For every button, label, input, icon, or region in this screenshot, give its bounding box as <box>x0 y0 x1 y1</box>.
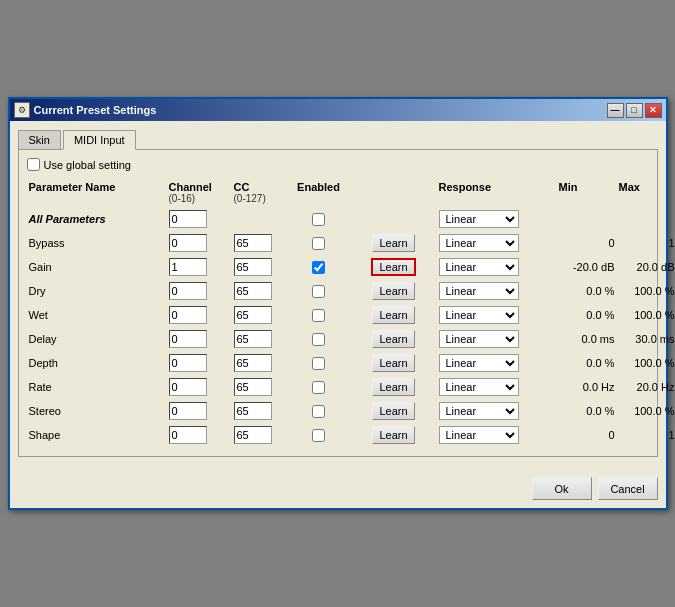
enabled-checkbox[interactable] <box>312 381 325 394</box>
header-enabled: Enabled <box>289 181 349 204</box>
min-value: 0 <box>559 237 619 249</box>
response-select[interactable]: Linear <box>439 258 519 276</box>
param-name: Delay <box>29 333 169 345</box>
channel-input[interactable] <box>169 258 207 276</box>
table-row: DryLearnLinear0.0 %100.0 % <box>27 280 649 302</box>
table-row: BypassLearnLinear01 <box>27 232 649 254</box>
table-row: All ParametersLinear <box>27 208 649 230</box>
channel-input[interactable] <box>169 378 207 396</box>
max-value: 1 <box>619 237 676 249</box>
response-select[interactable]: Linear <box>439 306 519 324</box>
channel-input[interactable] <box>169 426 207 444</box>
learn-button[interactable]: Learn <box>371 258 415 276</box>
header-channel: Channel (0-16) <box>169 181 234 204</box>
learn-button[interactable]: Learn <box>372 330 414 348</box>
channel-input[interactable] <box>169 306 207 324</box>
window-title: Current Preset Settings <box>34 104 157 116</box>
param-name: All Parameters <box>29 213 169 225</box>
table-row: ShapeLearnLinear01 <box>27 424 649 446</box>
response-select[interactable]: Linear <box>439 234 519 252</box>
param-name: Depth <box>29 357 169 369</box>
header-response: Response <box>439 181 559 204</box>
max-value: 1 <box>619 429 676 441</box>
table-body: All ParametersLinearBypassLearnLinear01G… <box>27 208 649 446</box>
maximize-button[interactable]: □ <box>626 103 643 118</box>
cc-input[interactable] <box>234 354 272 372</box>
max-value: 100.0 % <box>619 309 676 321</box>
enabled-checkbox[interactable] <box>312 309 325 322</box>
response-select[interactable]: Linear <box>439 210 519 228</box>
titlebar-buttons: — □ ✕ <box>607 103 662 118</box>
table-header: Parameter Name Channel (0-16) CC (0-127)… <box>27 181 649 204</box>
channel-input[interactable] <box>169 402 207 420</box>
table-row: StereoLearnLinear0.0 %100.0 % <box>27 400 649 422</box>
learn-button[interactable]: Learn <box>372 306 414 324</box>
global-setting-row: Use global setting <box>27 158 649 171</box>
min-value: 0.0 % <box>559 309 619 321</box>
header-param: Parameter Name <box>29 181 169 204</box>
min-value: 0.0 ms <box>559 333 619 345</box>
min-value: -20.0 dB <box>559 261 619 273</box>
cc-input[interactable] <box>234 258 272 276</box>
header-cc: CC (0-127) <box>234 181 289 204</box>
table-row: DepthLearnLinear0.0 %100.0 % <box>27 352 649 374</box>
cc-input[interactable] <box>234 330 272 348</box>
max-value: 30.0 ms <box>619 333 676 345</box>
cc-input[interactable] <box>234 378 272 396</box>
channel-input[interactable] <box>169 234 207 252</box>
header-learn <box>349 181 439 204</box>
channel-input[interactable] <box>169 330 207 348</box>
ok-button[interactable]: Ok <box>532 477 592 500</box>
main-window: ⚙ Current Preset Settings — □ ✕ Skin MID… <box>8 97 668 510</box>
channel-input[interactable] <box>169 354 207 372</box>
global-setting-checkbox[interactable] <box>27 158 40 171</box>
learn-button[interactable]: Learn <box>372 234 414 252</box>
cc-input[interactable] <box>234 306 272 324</box>
min-value: 0 <box>559 429 619 441</box>
enabled-checkbox[interactable] <box>312 237 325 250</box>
learn-button[interactable]: Learn <box>372 282 414 300</box>
response-select[interactable]: Linear <box>439 282 519 300</box>
learn-button[interactable]: Learn <box>372 426 414 444</box>
cc-input[interactable] <box>234 426 272 444</box>
param-name: Gain <box>29 261 169 273</box>
tab-bar: Skin MIDI Input <box>18 129 658 149</box>
response-select[interactable]: Linear <box>439 402 519 420</box>
learn-button[interactable]: Learn <box>372 354 414 372</box>
response-select[interactable]: Linear <box>439 378 519 396</box>
tab-content: Use global setting Parameter Name Channe… <box>18 149 658 457</box>
cc-input[interactable] <box>234 234 272 252</box>
channel-input[interactable] <box>169 282 207 300</box>
enabled-checkbox[interactable] <box>312 213 325 226</box>
enabled-checkbox[interactable] <box>312 405 325 418</box>
cancel-button[interactable]: Cancel <box>598 477 658 500</box>
tab-midi-input[interactable]: MIDI Input <box>63 130 136 150</box>
param-name: Dry <box>29 285 169 297</box>
enabled-checkbox[interactable] <box>312 285 325 298</box>
learn-button[interactable]: Learn <box>372 378 414 396</box>
response-select[interactable]: Linear <box>439 426 519 444</box>
min-value: 0.0 % <box>559 285 619 297</box>
param-name: Rate <box>29 381 169 393</box>
enabled-checkbox[interactable] <box>312 333 325 346</box>
enabled-checkbox[interactable] <box>312 429 325 442</box>
cc-input[interactable] <box>234 402 272 420</box>
response-select[interactable]: Linear <box>439 354 519 372</box>
cc-input[interactable] <box>234 282 272 300</box>
window-icon: ⚙ <box>14 102 30 118</box>
param-name: Stereo <box>29 405 169 417</box>
titlebar: ⚙ Current Preset Settings — □ ✕ <box>10 99 666 121</box>
learn-button[interactable]: Learn <box>372 402 414 420</box>
response-select[interactable]: Linear <box>439 330 519 348</box>
channel-input[interactable] <box>169 210 207 228</box>
enabled-checkbox[interactable] <box>312 357 325 370</box>
min-value: 0.0 Hz <box>559 381 619 393</box>
global-setting-label: Use global setting <box>44 159 131 171</box>
tab-skin[interactable]: Skin <box>18 130 61 150</box>
enabled-checkbox[interactable] <box>312 261 325 274</box>
minimize-button[interactable]: — <box>607 103 624 118</box>
min-value: 0.0 % <box>559 405 619 417</box>
table-row: DelayLearnLinear0.0 ms30.0 ms <box>27 328 649 350</box>
close-button[interactable]: ✕ <box>645 103 662 118</box>
table-row: WetLearnLinear0.0 %100.0 % <box>27 304 649 326</box>
